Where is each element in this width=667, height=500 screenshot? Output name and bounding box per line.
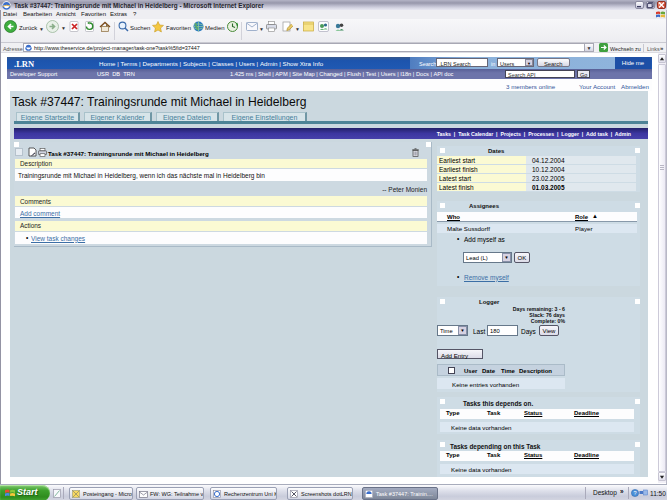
svg-text:?: ? [633, 490, 636, 496]
